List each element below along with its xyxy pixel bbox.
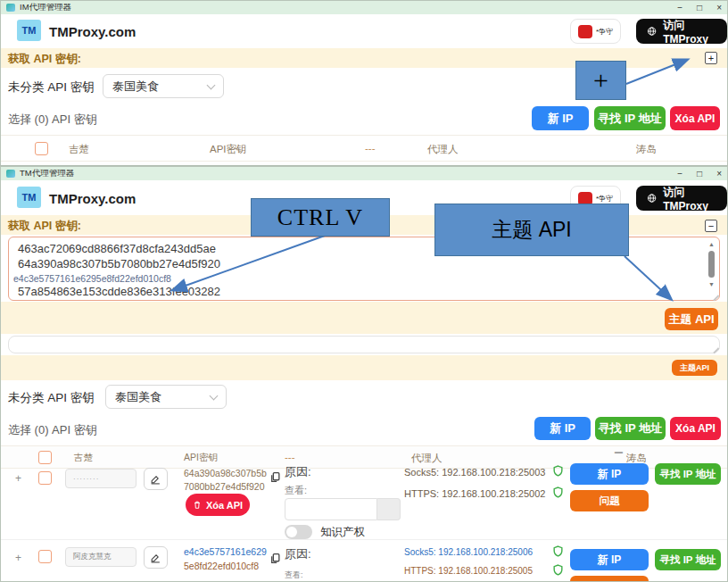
- socks5-address: Socks5: 192.168.100.218:25006: [404, 547, 533, 557]
- https-address: HTTPS: 192.168.100.218:25005: [404, 566, 533, 576]
- minimize-icon[interactable]: −: [677, 170, 682, 179]
- scroll-down-icon[interactable]: ▼: [708, 280, 715, 288]
- video-icon: [578, 25, 592, 38]
- row-checkbox[interactable]: [38, 550, 52, 563]
- table-row: + ········ 64a390a98c307b5b 7080bb27e4d5…: [1, 462, 728, 537]
- delete-api-button[interactable]: Xóa API: [670, 106, 720, 130]
- pencil-icon: [150, 552, 161, 563]
- shield-icon[interactable]: [552, 464, 564, 478]
- expand-button[interactable]: +: [705, 52, 717, 64]
- titlebar-2: TM代理管理器 − □ ×: [1, 167, 727, 180]
- topic-api-button[interactable]: 主题 API: [665, 308, 718, 330]
- view-label: 查看:: [285, 484, 307, 497]
- col-name: 吉楚: [69, 143, 89, 156]
- view-input[interactable]: [285, 498, 377, 520]
- delete-row-button[interactable]: Xóa API: [186, 494, 250, 516]
- copy-icon[interactable]: [269, 552, 281, 565]
- category-value: 泰国美食: [115, 389, 161, 405]
- col-api-key: API密钥: [210, 143, 247, 156]
- edit-name-button[interactable]: [144, 468, 168, 490]
- api-key-line: e4c3e5757161e6295e8fd22efd010cf8: [13, 273, 171, 284]
- col-dots: ---: [285, 452, 295, 462]
- row-find-ip-button[interactable]: 寻找 IP 地址: [655, 549, 721, 570]
- row-new-ip-button[interactable]: 新 IP: [570, 463, 649, 485]
- api-section-label: 获取 API 密钥:: [8, 219, 81, 234]
- visit-tmproxy-button[interactable]: 访问TMProxy: [636, 19, 727, 44]
- row-checkbox[interactable]: [38, 471, 52, 485]
- row-new-ip-button[interactable]: 新 IP: [570, 549, 649, 570]
- resize-handle-icon[interactable]: [711, 292, 719, 300]
- category-select[interactable]: 泰国美食: [103, 74, 224, 98]
- row-issue-button[interactable]: 问题: [570, 576, 649, 582]
- new-ip-button[interactable]: 新 IP: [534, 417, 591, 440]
- globe-icon: [647, 192, 657, 204]
- api-key-part: e4c3e5757161e629: [184, 546, 267, 557]
- expand-row-icon[interactable]: +: [15, 552, 21, 564]
- reason-label: 原因:: [285, 464, 311, 480]
- find-ip-button[interactable]: 寻找 IP 地址: [595, 417, 666, 440]
- scrollbar-thumb[interactable]: [708, 251, 715, 278]
- row-find-ip-button[interactable]: 寻找 IP 地址: [655, 463, 721, 485]
- select-all-checkbox[interactable]: [35, 142, 48, 155]
- view-input-addon[interactable]: [377, 498, 401, 520]
- resize-handle-icon[interactable]: [711, 345, 719, 353]
- visit-tmproxy-button[interactable]: 访问TMProxy: [636, 186, 727, 211]
- close-icon[interactable]: ×: [716, 170, 722, 179]
- collapse-button[interactable]: −: [705, 220, 717, 232]
- expand-row-icon[interactable]: +: [15, 472, 21, 485]
- new-ip-button[interactable]: 新 IP: [532, 106, 589, 130]
- brand-logo: TM: [17, 20, 41, 41]
- shield-icon[interactable]: [552, 486, 564, 499]
- row-issue-button[interactable]: 问题: [570, 490, 649, 511]
- annotation-ctrl-v-box: CTRL V: [251, 198, 390, 237]
- topic-api-band-2: [1, 355, 727, 380]
- shield-icon[interactable]: [552, 545, 564, 558]
- find-ip-button[interactable]: 寻找 IP 地址: [594, 106, 666, 130]
- view-label: 查看:: [285, 570, 303, 581]
- category-label: 未分类 API 密钥: [8, 390, 95, 406]
- copy-icon[interactable]: [269, 470, 281, 484]
- category-value: 泰国美食: [112, 79, 159, 95]
- api-key-part: 5e8fd22efd010cf8: [184, 561, 259, 571]
- selection-label: 选择 (0) API 密钥: [8, 112, 97, 128]
- maximize-icon[interactable]: □: [697, 170, 702, 179]
- category-label: 未分类 API 密钥: [8, 79, 95, 96]
- edit-name-button[interactable]: [144, 546, 168, 569]
- scrollbar[interactable]: ▲ ▼: [706, 240, 717, 288]
- topic-api-band: [1, 302, 727, 334]
- api-key-part: 7080bb27e4d5f920: [184, 481, 265, 492]
- visit-label: 访问TMProxy: [663, 18, 716, 46]
- guide-label: *争守: [596, 194, 613, 204]
- brand-logo: TM: [17, 187, 41, 208]
- api-key-line: 463ac72069cd8866f37d8cfa243dd5ae: [18, 242, 216, 255]
- shield-icon[interactable]: [552, 563, 564, 577]
- table-row: + 阿皮克慧克 e4c3e5757161e629 5e8fd22efd010cf…: [1, 541, 728, 582]
- delete-api-button[interactable]: Xóa API: [670, 417, 721, 440]
- close-icon[interactable]: ×: [716, 4, 722, 12]
- app-icon: [6, 4, 15, 12]
- app-icon: [6, 170, 15, 178]
- col-proxy: 代理人: [427, 143, 459, 156]
- delete-row-label: Xóa API: [206, 500, 243, 511]
- visit-label: 访问TMProxy: [663, 185, 716, 212]
- minimize-icon[interactable]: −: [677, 4, 682, 12]
- annotation-topic-api-box: 主题 API: [434, 204, 629, 256]
- name-input[interactable]: 阿皮克慧克: [65, 547, 136, 567]
- ip-toggle[interactable]: [285, 525, 312, 539]
- annotation-plus-box: +: [575, 61, 626, 100]
- guide-button[interactable]: *争守: [570, 19, 621, 44]
- selection-label: 选择 (0) API 密钥: [8, 422, 97, 438]
- pencil-icon: [150, 473, 161, 485]
- name-input[interactable]: ········: [65, 469, 136, 488]
- brand-name: TMProxy.com: [49, 24, 136, 39]
- api-section-label: 获取 API 密钥:: [8, 52, 81, 67]
- topic-api-button-small[interactable]: 主题API: [672, 360, 717, 376]
- secondary-textarea[interactable]: [8, 336, 720, 353]
- app-header: TM TMProxy.com *争守 访问TMProxy: [1, 14, 727, 48]
- scroll-up-icon[interactable]: ▲: [708, 240, 715, 248]
- category-select[interactable]: 泰国美食: [105, 385, 227, 409]
- maximize-icon[interactable]: □: [697, 4, 702, 12]
- chevron-down-icon: [207, 80, 216, 89]
- window-title: IM代理管理器: [20, 2, 71, 13]
- api-key-line: 57a854863e153cdde836e313fee03282: [18, 285, 220, 298]
